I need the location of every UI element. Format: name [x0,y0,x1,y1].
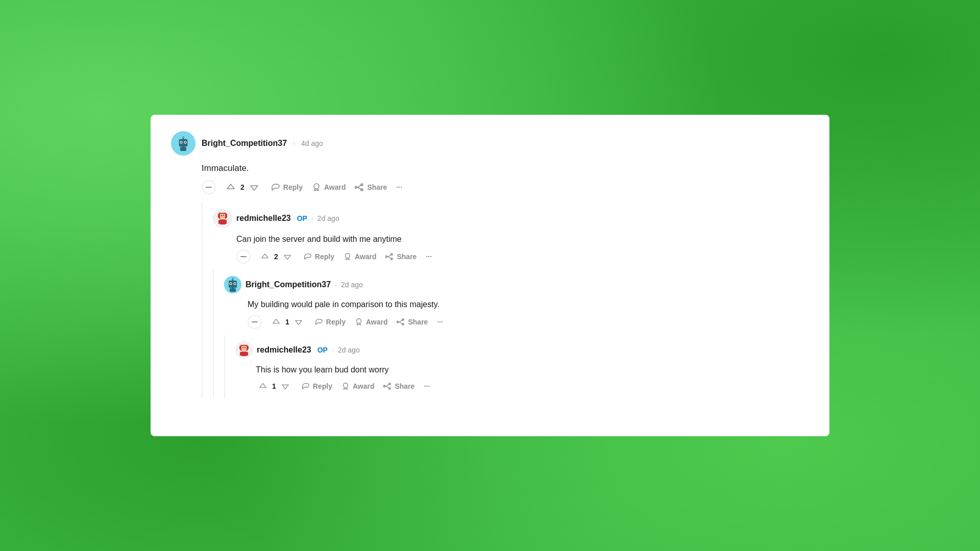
share-button-3[interactable]: Share [394,316,431,328]
username-bright-1: Bright_Competition37 [202,139,287,148]
timestamp-1: 4d ago [301,139,323,147]
svg-rect-53 [242,349,246,349]
svg-point-5 [185,142,186,143]
username-redmichelle-1: redmichelle23 [236,214,291,223]
svg-rect-48 [239,346,241,349]
svg-rect-55 [240,352,242,356]
avatar-redmichelle-2 [235,341,253,359]
avatar-redmichelle-1 [213,209,232,228]
share-button-1[interactable]: Share [352,181,390,194]
collapse-button-2[interactable] [236,249,251,264]
reply-comment-3: Bright_Competition37 · 2d ago My buildin… [224,270,809,398]
svg-point-38 [232,278,234,280]
svg-rect-8 [180,147,186,151]
vote-group-4: 1 [256,380,292,392]
reply-level-1: redmichelle23 OP · 2d ago Can join the s… [202,203,809,398]
share-button-4[interactable]: Share [380,380,418,392]
avatar-bright-2 [224,276,241,293]
username-redmichelle-2: redmichelle23 [257,345,311,355]
vote-count-3: 1 [285,318,289,326]
svg-rect-25 [224,220,227,224]
timestamp-4: 2d ago [338,346,360,354]
reply-button-2[interactable]: Reply [301,251,337,263]
more-button-2[interactable]: ··· [423,251,435,263]
vote-group-3: 1 [269,316,306,328]
award-button-4[interactable]: Award [338,380,378,392]
svg-rect-50 [241,346,247,351]
reply-level-3: redmichelle23 OP · 2d ago This is how yo… [224,335,809,398]
username-bright-2: Bright_Competition37 [246,280,331,289]
svg-point-42 [356,318,361,323]
collapse-button-3[interactable] [248,315,262,329]
vote-group-2: 2 [258,251,295,263]
svg-rect-20 [221,215,222,216]
avatar-bright-competition [171,131,195,156]
comment-body-1: Immaculate. [202,162,809,175]
more-button-1[interactable]: ··· [393,181,405,193]
op-badge-4: OP [317,346,328,354]
svg-rect-9 [182,146,184,147]
downvote-button-2[interactable] [280,251,295,263]
svg-rect-21 [223,215,224,216]
downvote-button-3[interactable] [291,316,306,328]
reply-header-2: redmichelle23 OP · 2d ago [213,209,809,228]
downvote-button-1[interactable] [247,181,262,194]
vote-count-4: 1 [272,382,276,390]
vote-count-1: 2 [240,183,244,191]
upvote-button-2[interactable] [258,251,272,263]
reply-comment-4: redmichelle23 OP · 2d ago This is how yo… [235,335,809,398]
more-button-3[interactable]: ··· [434,316,446,328]
comment-actions-1: 2 Reply Award [202,180,809,194]
more-button-4[interactable]: ··· [421,380,433,392]
reply-body-4: This is how you learn bud dont worry [256,364,809,376]
award-button-1[interactable]: Award [309,181,349,194]
reply-level-2: Bright_Competition37 · 2d ago My buildin… [213,270,809,398]
reply-header-3: Bright_Competition37 · 2d ago [224,276,809,293]
collapse-button-1[interactable] [202,180,216,194]
svg-point-11 [314,184,319,189]
reply-body-3: My building would pale in comparison to … [248,298,809,311]
svg-rect-51 [242,347,243,348]
comment-header-1: Bright_Competition37 · 4d ago [171,131,809,156]
reply-actions-2: 2 Reply [236,249,809,264]
vote-count-2: 2 [274,253,278,261]
svg-point-36 [234,283,235,284]
comment-root: Bright_Competition37 · 4d ago Immaculate… [171,131,809,398]
upvote-button-4[interactable] [256,380,270,392]
svg-rect-19 [220,214,225,219]
reply-button-3[interactable]: Reply [312,316,349,328]
award-button-3[interactable]: Award [352,316,391,328]
op-badge-2: OP [297,214,307,222]
svg-rect-40 [232,287,234,289]
svg-rect-22 [220,217,225,217]
svg-rect-17 [218,214,220,218]
share-button-2[interactable]: Share [382,251,420,263]
svg-rect-49 [247,346,249,349]
svg-point-35 [230,283,231,284]
comment-panel: Bright_Competition37 · 4d ago Immaculate… [151,115,829,436]
timestamp-2: 2d ago [317,214,339,222]
downvote-button-4[interactable] [278,380,292,392]
vote-group-1: 2 [223,181,262,194]
svg-point-4 [181,142,182,143]
reply-button-4[interactable]: Reply [299,380,335,392]
reply-header-4: redmichelle23 OP · 2d ago [235,341,809,359]
timestamp-3: 2d ago [341,281,363,289]
svg-point-7 [182,136,184,138]
upvote-button-3[interactable] [269,316,283,328]
svg-rect-18 [225,214,227,218]
reply-actions-4: 1 [256,380,809,392]
svg-rect-52 [244,347,246,348]
reply-comment-2: redmichelle23 OP · 2d ago Can join the s… [213,203,809,398]
reply-body-2: Can join the server and build with me an… [236,233,809,245]
reply-button-1[interactable]: Reply [268,181,306,194]
award-button-2[interactable]: Award [340,251,380,263]
svg-point-57 [343,383,348,387]
svg-point-27 [345,253,350,258]
upvote-button-1[interactable] [223,181,238,194]
svg-rect-39 [230,288,236,292]
reply-actions-3: 1 Reply [248,315,809,329]
svg-rect-24 [218,220,222,224]
svg-rect-56 [246,352,248,356]
